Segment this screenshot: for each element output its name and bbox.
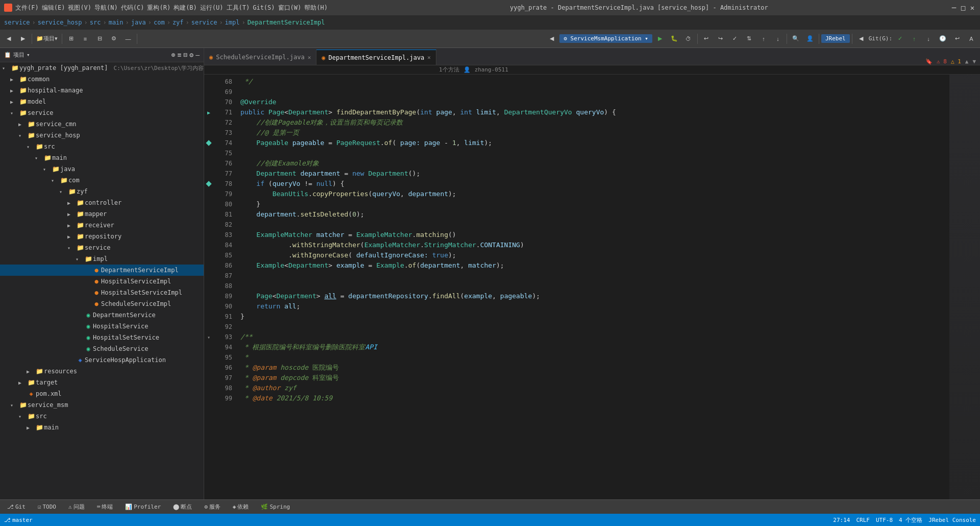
menu-git[interactable]: Git(S) (253, 4, 275, 11)
minimize-button[interactable]: ─ (950, 4, 958, 11)
breadcrumb-service2[interactable]: service (191, 19, 217, 26)
tree-main-msm[interactable]: ▶ 📁 main (0, 422, 204, 433)
breadcrumb-impl[interactable]: impl (225, 19, 240, 26)
toolbar-settings-btn[interactable]: ⚙ (107, 32, 120, 45)
btn-deps[interactable]: ◈ 依赖 (230, 502, 252, 512)
git-up[interactable]: ↑ (908, 32, 921, 45)
toolbar-search[interactable]: 🔍 (789, 32, 802, 45)
breakpoint-78[interactable] (206, 181, 211, 186)
menu-view[interactable]: 视图(V) (68, 4, 91, 12)
status-jrebel[interactable]: JRebel Console (928, 517, 976, 523)
tree-mapper[interactable]: ▶ 📁 mapper (0, 208, 204, 220)
tree-src-msm[interactable]: ▾ 📁 src (0, 411, 204, 422)
btn-spring[interactable]: 🌿 Spring (258, 503, 293, 511)
project-dropdown[interactable]: 📁 项目 ▾ (34, 32, 60, 45)
btn-terminal[interactable]: ⌨ 终端 (94, 502, 116, 512)
btn-breakpoints[interactable]: ⬤ 断点 (170, 502, 195, 512)
toolbar-git2[interactable]: ↪ (714, 32, 727, 45)
code-content[interactable]: */ @Override public Page<Department> fin… (236, 75, 949, 499)
tab-close-schedule[interactable]: ✕ (308, 54, 311, 61)
nav-down[interactable]: ▼ (972, 58, 976, 65)
menu-refactor[interactable]: 重构(R) (147, 4, 170, 12)
tree-hosp-set-service[interactable]: ◉ HospitalSetService (0, 332, 204, 343)
menu-navigate[interactable]: 导航(N) (94, 4, 118, 12)
git-clock[interactable]: 🕐 (936, 32, 949, 45)
tree-schedule-service[interactable]: ◉ ScheduleService (0, 343, 204, 354)
tree-service-cmn[interactable]: ▶ 📁 service_cmn (0, 118, 204, 130)
menu-tools[interactable]: 工具(T) (227, 4, 250, 12)
maximize-button[interactable]: □ (960, 4, 967, 11)
toolbar-left-arrow[interactable]: ◀ (854, 32, 868, 45)
profile-btn[interactable]: ⏱ (682, 32, 695, 45)
btn-git[interactable]: ⎇ Git (4, 503, 29, 511)
menu-window[interactable]: 窗口(W) (278, 4, 302, 12)
toolbar-minimize-panel-btn[interactable]: — (121, 32, 135, 45)
menu-edit[interactable]: 编辑(E) (42, 4, 65, 12)
tree-root[interactable]: ▾ 📁 yygh_prate [yygh_parent] C:\Users\zr… (0, 62, 204, 74)
tree-pom[interactable]: ◈ pom.xml (0, 388, 204, 399)
toolbar-sync-btn[interactable]: ⊞ (64, 32, 78, 45)
tree-hosp-set-service-impl[interactable]: ● HospitalSetServiceImpl (0, 287, 204, 298)
breadcrumb-class[interactable]: DepartmentServiceImpl (248, 19, 325, 26)
menu-file[interactable]: 文件(F) (15, 4, 39, 12)
tree-src[interactable]: ▾ 📁 src (0, 141, 204, 152)
toolbar-user[interactable]: 👤 (803, 32, 817, 45)
sidebar-settings-btn[interactable]: ⚙ (189, 51, 193, 59)
tree-service-hosp-app[interactable]: ◈ ServiceHospApplication (0, 354, 204, 366)
tree-main[interactable]: ▾ 📁 main (0, 152, 204, 163)
status-encoding[interactable]: UTF-8 (876, 517, 893, 523)
breadcrumb-zyf[interactable]: zyf (173, 19, 184, 26)
breadcrumb-main[interactable]: main (109, 19, 124, 26)
tree-dept-service-impl[interactable]: ● DepartmentServiceImpl (0, 265, 204, 276)
status-indent[interactable]: 4 个空格 (899, 516, 922, 524)
btn-services[interactable]: ⚙ 服务 (201, 502, 224, 512)
run-arrow-71[interactable]: ▶ (207, 110, 210, 115)
status-line-ending[interactable]: CRLF (856, 517, 870, 523)
tree-zyf[interactable]: ▾ 📁 zyf (0, 186, 204, 197)
run-config-prev[interactable]: ◀ (545, 32, 558, 45)
breadcrumb-java[interactable]: java (131, 19, 146, 26)
run-config-dropdown[interactable]: ⚙ ServiceMsmApplication ▾ (559, 34, 652, 43)
tree-com[interactable]: ▾ 📁 com (0, 175, 204, 186)
breadcrumb-service-hosp[interactable]: service_hosp (38, 19, 82, 26)
btn-todo[interactable]: ☑ TODO (35, 503, 59, 511)
sidebar-close-btn[interactable]: — (195, 51, 200, 59)
tree-java[interactable]: ▾ 📁 java (0, 163, 204, 175)
tree-service-hosp[interactable]: ▾ 📁 service_hosp (0, 130, 204, 141)
git-down[interactable]: ↓ (922, 32, 935, 45)
toolbar-git1[interactable]: ↩ (700, 32, 713, 45)
tree-hosp-service[interactable]: ◉ HospitalService (0, 321, 204, 332)
tree-impl[interactable]: ▾ 📁 impl (0, 253, 204, 265)
tab-schedule[interactable]: ◉ ScheduleServiceImpl.java ✕ (204, 50, 316, 65)
tree-target[interactable]: ▶ 📁 target (0, 377, 204, 388)
tree-resources[interactable]: ▶ 📁 resources (0, 366, 204, 377)
tree-controller[interactable]: ▶ 📁 controller (0, 197, 204, 208)
jrebel-btn[interactable]: JRebel (821, 34, 850, 43)
tree-repository[interactable]: ▶ 📁 repository (0, 231, 204, 242)
menu-code[interactable]: 代码(C) (121, 4, 144, 12)
bookmark-icon[interactable]: 🔖 (925, 58, 933, 65)
close-button[interactable]: ✕ (969, 4, 976, 11)
git-check[interactable]: ✓ (893, 32, 906, 45)
toolbar-git6[interactable]: ↓ (771, 32, 785, 45)
breakpoint-74[interactable] (206, 140, 211, 146)
btn-problems[interactable]: ⚠ 问题 (65, 502, 88, 512)
toolbar-filter-btn[interactable]: ⊟ (93, 32, 106, 45)
toolbar-forward-btn[interactable]: ▶ (16, 32, 30, 45)
debug-btn[interactable]: 🐛 (668, 32, 681, 45)
toolbar-collapse-btn[interactable]: ≡ (79, 32, 92, 45)
tree-hosp-service-impl[interactable]: ● HospitalServiceImpl (0, 276, 204, 287)
tab-close-dept[interactable]: ✕ (427, 54, 431, 61)
sidebar-locate-btn[interactable]: ⊕ (172, 51, 176, 59)
run-btn[interactable]: ▶ (653, 32, 667, 45)
git-translate[interactable]: A (965, 32, 978, 45)
status-git-branch[interactable]: ⎇ master (4, 517, 33, 523)
tree-service-inner[interactable]: ▾ 📁 service (0, 242, 204, 253)
fold-icon-93[interactable]: ▾ (207, 334, 210, 340)
tree-common[interactable]: ▶ 📁 common (0, 74, 204, 85)
tree-service[interactable]: ▾ 📁 service (0, 107, 204, 118)
tree-service-msm[interactable]: ▾ 📁 service_msm (0, 399, 204, 411)
sidebar-header-arrow[interactable]: ▾ (27, 52, 30, 58)
status-position[interactable]: 27:14 (833, 517, 850, 523)
tree-model[interactable]: ▶ 📁 model (0, 96, 204, 107)
